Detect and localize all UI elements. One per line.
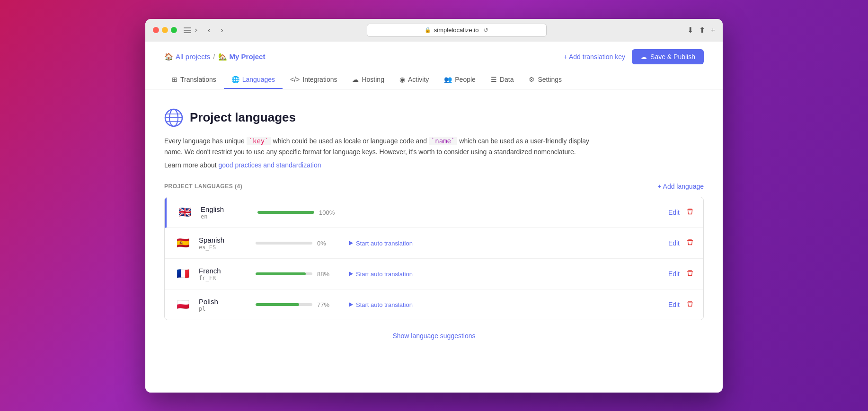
- progress-fill-english: [257, 211, 314, 214]
- language-row-french: 🇫🇷 French fr_FR 88% St: [165, 259, 703, 289]
- language-row-english: 🇬🇧 English en 100% Edit: [165, 197, 703, 228]
- tab-hosting[interactable]: ☁ Hosting: [345, 71, 391, 89]
- flag-spanish: 🇪🇸: [174, 235, 191, 252]
- page-header: Project languages: [164, 108, 704, 127]
- lang-info-english: English en: [201, 205, 257, 220]
- progress-track-polish: [256, 303, 312, 306]
- lang-actions-french: Edit: [668, 269, 694, 279]
- tab-people[interactable]: 👥 People: [436, 71, 483, 89]
- traffic-light-green[interactable]: [171, 27, 177, 33]
- svg-rect-12: [687, 271, 693, 272]
- lang-actions-polish: Edit: [668, 300, 694, 309]
- tab-languages[interactable]: 🌐 Languages: [224, 71, 283, 89]
- flag-french: 🇫🇷: [174, 265, 191, 282]
- svg-rect-0: [184, 27, 191, 28]
- settings-icon: ⚙: [529, 76, 535, 83]
- lang-info-polish: Polish pl: [199, 297, 256, 312]
- lang-progress-spanish: 0% Start auto translation: [256, 240, 668, 247]
- save-publish-button[interactable]: ☁ Save & Publish: [632, 49, 704, 64]
- project-icon: 🏡: [218, 52, 227, 61]
- language-list: 🇬🇧 English en 100% Edit: [164, 197, 704, 320]
- flag-polish: 🇵🇱: [174, 296, 191, 313]
- progress-track-english: [257, 211, 314, 214]
- flag-english: 🇬🇧: [176, 204, 193, 221]
- lang-name-french: French: [199, 267, 256, 275]
- lang-actions-english: Edit: [668, 208, 694, 217]
- name-code: `name`: [429, 137, 458, 145]
- download-button[interactable]: ⬇: [687, 26, 693, 35]
- lang-name-spanish: Spanish: [199, 236, 256, 244]
- key-code: `key`: [247, 137, 271, 145]
- languages-header: PROJECT LANGUAGES (4) + Add language: [164, 183, 704, 190]
- svg-marker-11: [349, 271, 353, 276]
- traffic-light-red[interactable]: [153, 27, 159, 33]
- tab-activity[interactable]: ◉ Activity: [392, 71, 436, 89]
- header-actions: + Add translation key ☁ Save & Publish: [564, 49, 704, 64]
- progress-pct-french: 88%: [317, 271, 334, 278]
- code-icon: </>: [290, 76, 300, 83]
- tab-translations[interactable]: ⊞ Translations: [164, 71, 224, 89]
- learn-more-link[interactable]: good practices and standardization: [218, 161, 321, 169]
- browser-titlebar: ‹ › 🔒 simplelocalize.io ↺ ⬇ ⬆ +: [153, 24, 715, 37]
- traffic-light-yellow[interactable]: [162, 27, 168, 33]
- browser-chrome: ‹ › 🔒 simplelocalize.io ↺ ⬇ ⬆ +: [145, 19, 723, 42]
- lang-progress-french: 88% Start auto translation: [256, 271, 668, 278]
- edit-button-spanish[interactable]: Edit: [668, 239, 680, 247]
- svg-rect-2: [184, 32, 191, 33]
- nav-tabs: ⊞ Translations 🌐 Languages </> Integrati…: [164, 71, 704, 89]
- add-language-button[interactable]: + Add language: [657, 183, 704, 190]
- activity-icon: ◉: [399, 76, 405, 83]
- progress-pct-english: 100%: [319, 209, 336, 216]
- main-content: Project languages Every language has uni…: [145, 89, 723, 393]
- new-tab-button[interactable]: +: [711, 26, 715, 35]
- address-input[interactable]: 🔒 simplelocalize.io ↺: [367, 24, 547, 37]
- delete-button-polish[interactable]: [686, 300, 694, 309]
- lang-code-polish: pl: [199, 306, 256, 312]
- lang-code-spanish: es_ES: [199, 244, 256, 251]
- lang-info-french: French fr_FR: [199, 267, 256, 281]
- cloud-icon: ☁: [640, 53, 647, 61]
- breadcrumb-all-projects[interactable]: 🏠 All projects: [164, 52, 210, 61]
- globe-icon: 🌐: [231, 76, 239, 83]
- lang-actions-spanish: Edit: [668, 238, 694, 248]
- tab-integrations[interactable]: </> Integrations: [283, 71, 345, 89]
- browser-actions: ⬇ ⬆ +: [687, 26, 715, 35]
- page-description: Every language has unique `key` which co…: [164, 136, 590, 158]
- app-content: 🏠 All projects / 🏡 My Project + Add tran…: [145, 42, 723, 393]
- breadcrumb-current-project: 🏡 My Project: [218, 52, 266, 61]
- progress-pct-spanish: 0%: [317, 240, 334, 247]
- languages-count: PROJECT LANGUAGES (4): [164, 183, 242, 190]
- share-button[interactable]: ⬆: [699, 26, 705, 35]
- tab-settings[interactable]: ⚙ Settings: [521, 71, 569, 89]
- sidebar-toggle-button[interactable]: [182, 26, 200, 35]
- auto-translate-spanish[interactable]: Start auto translation: [348, 240, 413, 247]
- progress-fill-french: [256, 272, 306, 275]
- edit-button-english[interactable]: Edit: [668, 209, 680, 216]
- auto-translate-polish[interactable]: Start auto translation: [348, 301, 413, 308]
- auto-translate-french[interactable]: Start auto translation: [348, 271, 413, 278]
- edit-button-french[interactable]: Edit: [668, 270, 680, 278]
- svg-rect-10: [687, 240, 693, 241]
- lang-progress-polish: 77% Start auto translation: [256, 301, 668, 308]
- delete-button-french[interactable]: [686, 269, 694, 279]
- browser-back-button[interactable]: ‹: [205, 24, 213, 36]
- lang-name-polish: Polish: [199, 297, 256, 306]
- svg-marker-9: [349, 241, 353, 245]
- progress-pct-polish: 77%: [317, 301, 334, 308]
- delete-button-spanish[interactable]: [686, 238, 694, 248]
- tab-data[interactable]: ☰ Data: [483, 71, 522, 89]
- browser-forward-button[interactable]: ›: [218, 24, 226, 36]
- edit-button-polish[interactable]: Edit: [668, 301, 680, 308]
- progress-track-spanish: [256, 242, 312, 245]
- page-globe-icon: [164, 108, 183, 127]
- show-suggestions-button[interactable]: Show language suggestions: [392, 332, 475, 340]
- people-icon: 👥: [444, 76, 452, 83]
- svg-rect-8: [687, 210, 693, 210]
- data-icon: ☰: [491, 76, 497, 83]
- svg-rect-1: [184, 30, 191, 31]
- delete-button-english[interactable]: [686, 208, 694, 217]
- add-translation-key-button[interactable]: + Add translation key: [564, 53, 625, 61]
- lang-name-english: English: [201, 205, 257, 213]
- home-icon: 🏠: [164, 52, 173, 61]
- show-suggestions: Show language suggestions: [164, 332, 704, 340]
